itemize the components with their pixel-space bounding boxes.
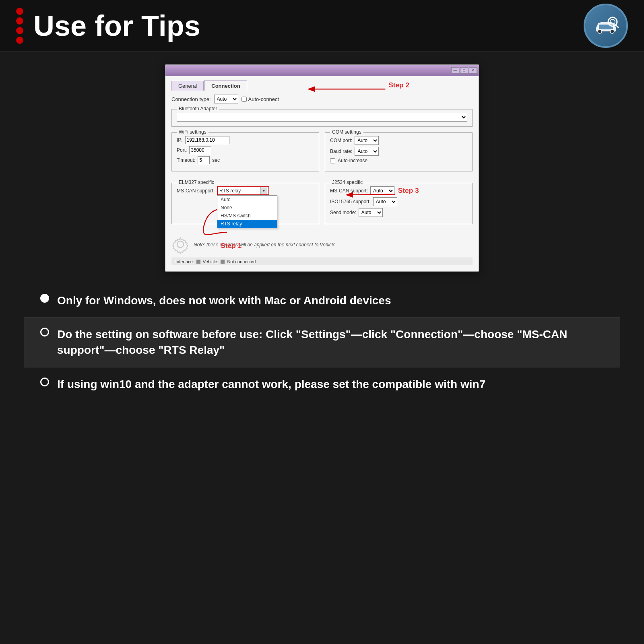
elm-mscan-dropdown-btn[interactable]: RTS relay ▼ xyxy=(217,186,269,195)
tip-item-3: If using win10 and the adapter cannot wo… xyxy=(24,367,620,401)
com-port-select[interactable]: Auto xyxy=(355,136,379,145)
red-dots-decoration xyxy=(16,8,23,44)
j2534-mscan-select[interactable]: Auto xyxy=(370,186,394,195)
j2534-iso-select[interactable]: Auto xyxy=(373,197,397,206)
j2534-send-select[interactable]: Auto xyxy=(359,208,383,217)
connection-type-label: Connection type: xyxy=(171,96,211,102)
elm-mscan-dropdown-menu: Auto None HS/MS switch RTS relay xyxy=(217,195,277,228)
tab-bar: General Connection xyxy=(171,80,473,91)
dropdown-option-none[interactable]: None xyxy=(217,204,277,212)
svg-line-6 xyxy=(616,25,618,27)
dropdown-option-auto[interactable]: Auto xyxy=(217,196,277,204)
minimize-button[interactable]: — xyxy=(451,67,459,74)
dropdown-option-hsms[interactable]: HS/MS switch xyxy=(217,212,277,220)
window-body: General Connection Connection type: Auto… xyxy=(165,76,479,271)
connection-type-row: Connection type: Auto Auto-connect xyxy=(171,95,473,103)
bluetooth-adapter-group: Bluetooth Adapter xyxy=(171,109,473,127)
window-controls: — □ ✕ xyxy=(451,67,477,74)
elm-mscan-row: MS-CAN support: RTS relay ▼ Auto None HS… xyxy=(177,186,314,195)
j2534-mscan-row: MS-CAN support: Auto xyxy=(330,186,467,195)
bluetooth-adapter-select[interactable] xyxy=(177,113,467,122)
close-button[interactable]: ✕ xyxy=(469,67,477,74)
car-search-icon xyxy=(591,10,621,41)
red-dot-2 xyxy=(16,17,23,25)
tip-text-3: If using win10 and the adapter cannot wo… xyxy=(57,376,485,392)
app-icon xyxy=(584,4,628,48)
baud-rate-select[interactable]: Auto xyxy=(355,147,379,156)
header-left: Use for Tips xyxy=(16,8,200,44)
bluetooth-adapter-title: Bluetooth Adapter xyxy=(177,106,219,111)
auto-connect-label: Auto-connect xyxy=(242,96,279,102)
tip-text-2: Do the setting on software before use: C… xyxy=(57,326,604,358)
svg-point-7 xyxy=(177,241,184,248)
status-interface-label: Interface: xyxy=(175,259,194,264)
dropdown-arrow-icon: ▼ xyxy=(260,187,267,194)
j2534-send-row: Send mode: Auto xyxy=(330,208,467,217)
red-dot-4 xyxy=(16,37,23,44)
maximize-button[interactable]: □ xyxy=(460,67,468,74)
wifi-ip-row: IP: xyxy=(177,136,314,144)
settings-row: WiFi settings IP: Port: Timeout: s xyxy=(171,132,473,177)
red-dot-3 xyxy=(16,27,23,34)
dialog-window: — □ ✕ General Connection Connection type… xyxy=(165,64,479,272)
auto-connect-checkbox[interactable] xyxy=(242,97,247,102)
tip-item-2: Do the setting on software before use: C… xyxy=(24,318,620,367)
status-vehicle-label: Vehicle: xyxy=(203,259,219,264)
elm-mscan-value: RTS relay xyxy=(219,188,241,194)
baud-rate-row: Baud rate: Auto xyxy=(330,147,467,156)
j2534-title: J2534 specific xyxy=(330,180,365,185)
j2534-iso-row: ISO15765 support: Auto xyxy=(330,197,467,206)
dropdown-option-rts[interactable]: RTS relay xyxy=(217,220,277,228)
tip-bullet-1 xyxy=(40,294,49,303)
wifi-ip-input[interactable] xyxy=(185,136,229,144)
wifi-port-row: Port: xyxy=(177,146,314,154)
main-content: — □ ✕ General Connection Connection type… xyxy=(0,52,644,413)
tab-connection[interactable]: Connection xyxy=(204,80,247,91)
screenshot-wrapper: — □ ✕ General Connection Connection type… xyxy=(141,64,503,280)
elm-mscan-dropdown-container: RTS relay ▼ Auto None HS/MS switch RTS r… xyxy=(217,186,269,195)
gear-icon xyxy=(171,235,190,254)
tab-general[interactable]: General xyxy=(171,81,204,91)
note-text: Note: these changes will be applied on t… xyxy=(194,242,335,248)
wifi-settings-title: WiFi settings xyxy=(177,129,208,135)
wifi-port-input[interactable] xyxy=(189,146,211,154)
wifi-timeout-row: Timeout: sec xyxy=(177,156,314,164)
status-bar: Interface: Vehicle: Not connected xyxy=(171,258,473,265)
svg-point-3 xyxy=(610,29,614,33)
com-settings-title: COM settings xyxy=(330,129,363,135)
vehicle-status-dot xyxy=(221,260,225,264)
wifi-settings-group: WiFi settings IP: Port: Timeout: s xyxy=(171,132,319,171)
wifi-timeout-input[interactable] xyxy=(198,156,210,164)
red-dot-1 xyxy=(16,8,23,15)
tips-section: Only for Windows, does not work with Mac… xyxy=(24,284,620,401)
auto-increase-row: Auto-increase xyxy=(330,158,467,163)
header: Use for Tips xyxy=(0,0,644,52)
page-title: Use for Tips xyxy=(33,11,200,40)
tip-text-1: Only for Windows, does not work with Mac… xyxy=(57,293,391,308)
com-settings-group: COM settings COM port: Auto Baud rate: A… xyxy=(325,132,473,171)
note-row: Note: these changes will be applied on t… xyxy=(171,235,473,254)
tip-item-1: Only for Windows, does not work with Mac… xyxy=(24,284,620,318)
connection-type-select[interactable]: Auto xyxy=(214,95,238,103)
elm-j2534-row: ELM327 specific MS-CAN support: RTS rela… xyxy=(171,183,473,230)
elm-title: ELM327 specific xyxy=(177,180,216,185)
j2534-group: J2534 specific MS-CAN support: Auto ISO1… xyxy=(325,183,473,224)
com-port-row: COM port: Auto xyxy=(330,136,467,145)
window-titlebar: — □ ✕ xyxy=(165,65,479,76)
status-connected-text: Not connected xyxy=(227,259,256,264)
elm-group: ELM327 specific MS-CAN support: RTS rela… xyxy=(171,183,319,224)
tip-bullet-3 xyxy=(40,378,49,386)
auto-increase-checkbox[interactable] xyxy=(330,158,335,163)
interface-status-dot xyxy=(196,260,200,264)
svg-point-2 xyxy=(598,29,602,33)
tip-bullet-2 xyxy=(40,328,49,336)
